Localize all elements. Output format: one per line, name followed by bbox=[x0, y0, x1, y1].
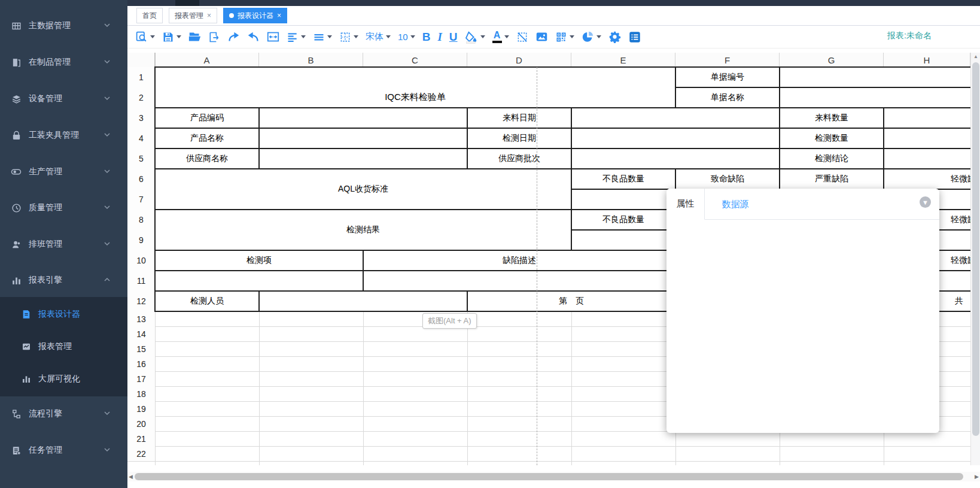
sidebar-item-master-data[interactable]: 主数据管理 bbox=[0, 9, 127, 43]
column-header[interactable]: C bbox=[363, 53, 467, 67]
redo-button[interactable] bbox=[226, 29, 242, 44]
row-header[interactable]: 18 bbox=[127, 386, 155, 401]
sheet-cell[interactable] bbox=[154, 270, 364, 292]
sheet-cell[interactable]: 轻微缺陷 bbox=[883, 168, 970, 190]
sheet-cell[interactable] bbox=[883, 148, 970, 169]
sheet-cell[interactable]: 检测项 bbox=[154, 250, 364, 271]
sheet-cell[interactable] bbox=[883, 107, 970, 129]
sheet-cell[interactable]: 不良品数量 bbox=[571, 209, 676, 231]
sheet-cell[interactable] bbox=[154, 66, 676, 88]
column-header[interactable]: G bbox=[780, 53, 884, 67]
undo-button[interactable] bbox=[245, 29, 261, 44]
sheet-cell[interactable]: 检测日期 bbox=[467, 128, 572, 149]
sheet-cell[interactable] bbox=[571, 229, 676, 251]
row-header[interactable]: 21 bbox=[127, 431, 155, 446]
row-header[interactable]: 1 bbox=[127, 67, 155, 87]
sidebar-item-quality[interactable]: 质量管理 bbox=[0, 191, 127, 225]
row-header[interactable]: 8 bbox=[127, 210, 155, 230]
column-header[interactable]: D bbox=[467, 53, 571, 67]
sheet-cell[interactable]: 缺陷描述 bbox=[363, 250, 676, 271]
sheet-cell[interactable]: 产品编码 bbox=[154, 107, 260, 129]
row-header[interactable]: 20 bbox=[127, 416, 155, 431]
column-header[interactable]: H bbox=[884, 53, 970, 67]
sheet-cell[interactable]: 来料日期 bbox=[467, 107, 572, 129]
tab-report-designer[interactable]: 报表设计器 × bbox=[223, 8, 287, 23]
scroll-up-icon[interactable]: ▲ bbox=[973, 54, 978, 59]
sheet-cell[interactable] bbox=[258, 107, 468, 129]
row-header[interactable]: 5 bbox=[127, 148, 155, 169]
sidebar-item-equipment[interactable]: 设备管理 bbox=[0, 82, 127, 116]
sheet-cell[interactable] bbox=[883, 128, 970, 149]
font-family-select[interactable]: 宋体 bbox=[364, 30, 392, 44]
sheet-cell[interactable]: 供应商批次 bbox=[467, 148, 572, 169]
row-header[interactable]: 15 bbox=[127, 341, 155, 356]
tab-report-management[interactable]: 报表管理 × bbox=[169, 8, 217, 23]
sheet-cell[interactable]: 检测结论 bbox=[779, 148, 884, 169]
row-header[interactable]: 9 bbox=[127, 230, 155, 250]
save-button[interactable] bbox=[160, 30, 183, 44]
preview-button[interactable] bbox=[133, 29, 157, 44]
sheet-cell[interactable] bbox=[571, 148, 780, 169]
tab-home[interactable]: 首页 bbox=[136, 8, 163, 23]
sheet-cell[interactable]: 来料数量 bbox=[779, 107, 884, 129]
row-header[interactable]: 17 bbox=[127, 371, 155, 386]
row-header[interactable]: 19 bbox=[127, 401, 155, 416]
sheet-cell[interactable]: IQC来料检验单 bbox=[154, 87, 676, 108]
row-header[interactable]: 6 bbox=[127, 169, 155, 189]
sidebar-item-production[interactable]: 生产管理 bbox=[0, 155, 127, 189]
borders-button[interactable] bbox=[337, 30, 360, 44]
sidebar-item-process-engine[interactable]: 流程引擎 bbox=[0, 397, 127, 431]
sheet-cell[interactable]: 检测结果 bbox=[154, 209, 572, 251]
import-template-button[interactable] bbox=[206, 30, 222, 44]
diagonal-line-button[interactable] bbox=[515, 30, 530, 44]
sidebar-item-scheduling[interactable]: 排班管理 bbox=[0, 228, 127, 261]
row-header[interactable]: 14 bbox=[127, 326, 155, 341]
underline-button[interactable]: U bbox=[448, 29, 459, 45]
sidebar-item-report-management[interactable]: 报表管理 bbox=[0, 333, 127, 360]
panel-tab-datasource[interactable]: 数据源 bbox=[714, 189, 756, 220]
sheet-cell[interactable] bbox=[571, 128, 780, 149]
sheet-cell[interactable] bbox=[779, 87, 970, 108]
row-header[interactable]: 4 bbox=[127, 128, 155, 148]
sheet-cell[interactable] bbox=[258, 148, 468, 169]
qrcode-button[interactable] bbox=[553, 30, 576, 44]
sidebar-item-report-engine[interactable]: 报表引擎 bbox=[0, 263, 127, 297]
column-header[interactable]: E bbox=[571, 53, 675, 67]
sheet-cell[interactable]: 单据编号 bbox=[675, 66, 780, 88]
italic-button[interactable]: I bbox=[436, 29, 443, 45]
row-header[interactable]: 12 bbox=[127, 291, 155, 311]
font-color-button[interactable]: A bbox=[491, 29, 511, 44]
scroll-left-icon[interactable]: ◀ bbox=[129, 474, 133, 480]
sheet-cell[interactable] bbox=[779, 66, 970, 88]
sidebar-item-report-designer[interactable]: 报表设计器 bbox=[0, 301, 127, 328]
row-header[interactable]: 10 bbox=[127, 250, 155, 271]
row-header[interactable]: 22 bbox=[127, 446, 155, 461]
sheet-cell[interactable] bbox=[363, 270, 676, 292]
row-header[interactable]: 11 bbox=[127, 271, 155, 291]
vertical-scrollbar[interactable]: ▲ bbox=[970, 53, 980, 465]
sheet-cell[interactable] bbox=[258, 290, 468, 312]
sheet-cell[interactable] bbox=[571, 189, 676, 210]
close-icon[interactable]: × bbox=[207, 12, 211, 19]
sidebar-item-dashboard-visualization[interactable]: 大屏可视化 bbox=[0, 365, 127, 393]
chart-button[interactable] bbox=[580, 29, 603, 44]
panel-collapse-button[interactable]: ▼ bbox=[920, 196, 931, 208]
sheet-cell[interactable]: 检测数量 bbox=[779, 128, 884, 149]
form-list-button[interactable] bbox=[626, 29, 643, 45]
sheet-cell[interactable]: 不良品数量 bbox=[571, 168, 676, 190]
bold-button[interactable]: B bbox=[421, 29, 433, 45]
row-header[interactable]: 13 bbox=[127, 311, 155, 326]
sidebar-item-tooling[interactable]: 工装夹具管理 bbox=[0, 119, 127, 152]
open-button[interactable] bbox=[187, 29, 203, 44]
sheet-cell[interactable]: 第 页 bbox=[467, 290, 676, 312]
row-header[interactable]: 3 bbox=[127, 108, 155, 128]
panel-tab-properties[interactable]: 属性 bbox=[666, 189, 705, 220]
row-header[interactable]: 2 bbox=[127, 87, 155, 108]
sheet-cell[interactable]: AQL收货标准 bbox=[154, 168, 572, 210]
line-height-button[interactable] bbox=[311, 30, 334, 44]
sidebar-item-wip[interactable]: 在制品管理 bbox=[0, 46, 127, 79]
sidebar-item-task-management[interactable]: 任务管理 bbox=[0, 434, 127, 467]
scroll-right-icon[interactable]: ▶ bbox=[975, 474, 979, 480]
vertical-scrollbar-thumb[interactable] bbox=[972, 62, 979, 436]
column-header[interactable]: F bbox=[675, 53, 780, 67]
